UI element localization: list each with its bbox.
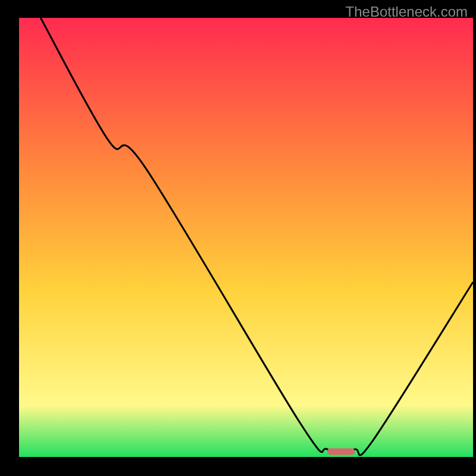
chart-svg bbox=[0, 0, 476, 476]
optimal-marker bbox=[327, 448, 355, 455]
bottleneck-chart: TheBottleneck.com bbox=[0, 0, 476, 476]
watermark-text: TheBottleneck.com bbox=[346, 4, 468, 20]
